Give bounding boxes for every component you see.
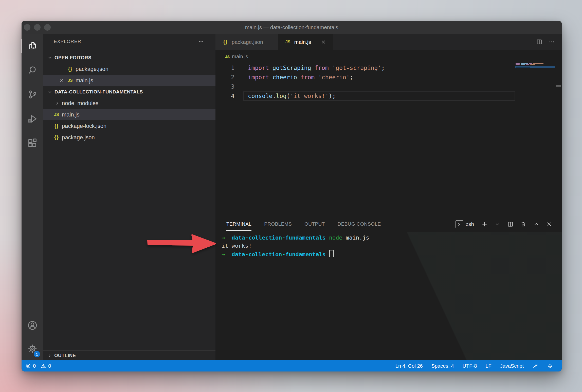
- editor-group: {}package.json JSmain.js JS main.js 1 im…: [215, 34, 562, 360]
- code-line-1: 1 import gotScraping from 'got-scraping'…: [215, 63, 562, 73]
- minimize-window-button[interactable]: [34, 24, 41, 31]
- status-eol[interactable]: LF: [485, 363, 491, 369]
- outline-section-header[interactable]: OUTLINE: [43, 350, 215, 360]
- minimap-current-line: [515, 66, 555, 68]
- activity-bar-explorer[interactable]: [22, 34, 43, 58]
- chevron-up-icon[interactable]: [533, 221, 540, 228]
- status-cursor-position[interactable]: Ln 4, Col 26: [395, 363, 423, 369]
- tree-file-package.json[interactable]: {}package.json: [43, 132, 215, 143]
- status-errors[interactable]: 0: [25, 363, 36, 369]
- status-warnings[interactable]: 0: [40, 363, 51, 369]
- panel-tab-TERMINAL[interactable]: TERMINAL: [226, 217, 251, 232]
- js-file-icon: JS: [284, 40, 292, 44]
- tab-package.json[interactable]: {}package.json: [215, 34, 278, 50]
- js-file-icon: JS: [225, 54, 230, 59]
- json-file-icon: {}: [66, 66, 74, 72]
- status-feedback[interactable]: [532, 363, 538, 369]
- section-header[interactable]: DATA-COLLECTION-FUNDAMENTALS: [43, 86, 215, 97]
- file-label: package-lock.json: [62, 123, 106, 129]
- activity-bar-settings[interactable]: 1: [22, 337, 43, 360]
- feedback-icon: [532, 363, 538, 369]
- code-line-4: 4 console.log('it works!');: [215, 91, 562, 101]
- desktop-background: main.js — data-collection-fundamentals 1…: [0, 0, 582, 392]
- account-icon: [27, 320, 38, 331]
- split-editor-icon[interactable]: [536, 38, 543, 45]
- panel-tab-OUTPUT[interactable]: OUTPUT: [304, 217, 325, 232]
- window-title: main.js — data-collection-fundamentals: [22, 24, 562, 30]
- terminal-profile[interactable]: zsh: [456, 220, 474, 228]
- activity-bar-search[interactable]: [22, 58, 43, 82]
- sidebar-title: EXPLORER: [54, 39, 81, 44]
- open-editor-package.json[interactable]: {}package.json: [43, 63, 215, 75]
- tree-file-package-lock.json[interactable]: {}package-lock.json: [43, 120, 215, 132]
- editor-scrollbar[interactable]: [555, 63, 562, 217]
- tab-main.js[interactable]: JSmain.js: [278, 34, 333, 50]
- chevron-down-icon[interactable]: [494, 221, 501, 228]
- activity-bar-source-control[interactable]: [22, 82, 43, 107]
- bell-icon: [547, 363, 553, 369]
- chevron-down-icon: [47, 55, 53, 61]
- status-encoding[interactable]: UTF-8: [463, 363, 477, 369]
- panel-tab-DEBUG CONSOLE[interactable]: DEBUG CONSOLE: [338, 217, 381, 232]
- run-debug-icon: [27, 113, 38, 125]
- open-editor-main.js[interactable]: JSmain.js: [43, 75, 215, 86]
- close-icon[interactable]: [321, 39, 326, 45]
- code-line-2: 2 import cheerio from 'cheerio';: [215, 73, 562, 82]
- activity-bar-account[interactable]: [22, 314, 43, 337]
- close-panel-icon[interactable]: [546, 221, 553, 228]
- terminal-line: it works!: [222, 242, 562, 250]
- terminal-line: → data-collection-fundamentals node main…: [222, 234, 562, 242]
- file-label: main.js: [76, 77, 93, 84]
- folder-label: node_modules: [62, 100, 98, 107]
- close-window-button[interactable]: [24, 24, 30, 31]
- chevron-down-icon: [47, 89, 53, 95]
- terminal-cursor: [329, 250, 334, 257]
- activity-bar-extensions[interactable]: [22, 131, 43, 155]
- terminal-icon: [456, 220, 463, 228]
- section-label: DATA-COLLECTION-FUNDAMENTALS: [54, 89, 143, 95]
- files-icon: [27, 40, 38, 52]
- code-line-3: 3: [215, 82, 562, 91]
- close-icon[interactable]: [58, 78, 65, 83]
- outline-label: OUTLINE: [54, 353, 76, 358]
- extensions-icon: [27, 137, 38, 149]
- tree-file-main.js[interactable]: JSmain.js: [43, 109, 215, 120]
- explorer-more-actions-icon[interactable]: [198, 38, 204, 45]
- line-number: 1: [215, 63, 234, 73]
- terminal-actions: zsh: [456, 220, 553, 228]
- activity-bar-run-debug[interactable]: [22, 107, 43, 131]
- shell-name: zsh: [466, 221, 474, 227]
- minimap[interactable]: [515, 63, 555, 217]
- status-bar: 00 Ln 4, Col 26Spaces: 4UTF-8LFJavaScrip…: [22, 360, 562, 371]
- zoom-window-button[interactable]: [44, 24, 51, 31]
- titlebar[interactable]: main.js — data-collection-fundamentals: [22, 21, 562, 34]
- editor-actions: [536, 34, 555, 50]
- tree-folder-node_modules[interactable]: node_modules: [43, 97, 215, 109]
- section-header[interactable]: OPEN EDITORS: [43, 52, 215, 63]
- file-label: package.json: [76, 66, 108, 72]
- error-icon: [25, 363, 31, 369]
- split-terminal-icon[interactable]: [507, 221, 514, 228]
- settings-badge: 1: [34, 351, 40, 357]
- sidebar-explorer: EXPLORER OPEN EDITORS {}package.json JSm…: [43, 34, 215, 360]
- breadcrumb-file: main.js: [232, 54, 248, 60]
- status-language-mode[interactable]: JavaScript: [500, 363, 524, 369]
- more-actions-icon[interactable]: [548, 38, 555, 45]
- status-notifications[interactable]: [547, 363, 553, 369]
- new-terminal-icon[interactable]: [481, 221, 488, 228]
- scrollbar-thumb[interactable]: [556, 85, 561, 87]
- kill-terminal-icon[interactable]: [520, 221, 527, 228]
- traffic-lights: [22, 24, 51, 31]
- code-editor[interactable]: 1 import gotScraping from 'got-scraping'…: [215, 63, 562, 217]
- panel-header: TERMINALPROBLEMSOUTPUTDEBUG CONSOLE zsh: [215, 217, 562, 232]
- bottom-panel: TERMINALPROBLEMSOUTPUTDEBUG CONSOLE zsh: [215, 217, 562, 360]
- json-file-icon: {}: [222, 39, 229, 45]
- status-indentation[interactable]: Spaces: 4: [431, 363, 454, 369]
- tab-label: package.json: [232, 39, 263, 45]
- terminal-output[interactable]: → data-collection-fundamentals node main…: [215, 232, 562, 360]
- panel-tab-PROBLEMS[interactable]: PROBLEMS: [264, 217, 292, 232]
- json-file-icon: {}: [53, 134, 60, 140]
- js-file-icon: JS: [53, 112, 60, 117]
- js-file-icon: JS: [66, 78, 74, 83]
- breadcrumb[interactable]: JS main.js: [215, 50, 562, 63]
